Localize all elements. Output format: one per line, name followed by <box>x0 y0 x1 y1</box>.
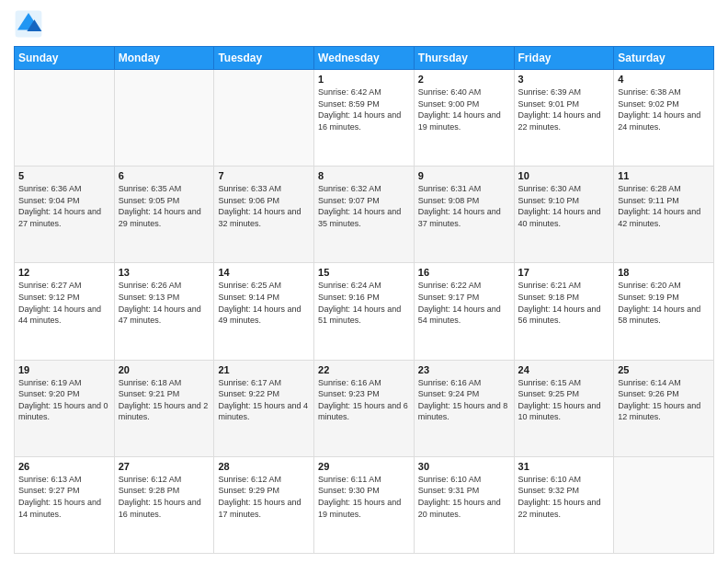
day-info: Sunrise: 6:12 AMSunset: 9:28 PMDaylight:… <box>119 474 210 520</box>
calendar-day: 4Sunrise: 6:38 AMSunset: 9:02 PMDaylight… <box>614 70 714 167</box>
day-number: 10 <box>518 170 610 181</box>
calendar-day: 18Sunrise: 6:20 AMSunset: 9:19 PMDayligh… <box>614 263 714 360</box>
day-number: 14 <box>218 267 310 278</box>
day-number: 18 <box>618 267 710 278</box>
header <box>14 9 714 39</box>
calendar-header: SundayMondayTuesdayWednesdayThursdayFrid… <box>15 47 714 70</box>
day-number: 12 <box>18 267 110 278</box>
day-info: Sunrise: 6:25 AMSunset: 9:14 PMDaylight:… <box>218 280 310 326</box>
header-row: SundayMondayTuesdayWednesdayThursdayFrid… <box>15 47 714 70</box>
calendar-week: 26Sunrise: 6:13 AMSunset: 9:27 PMDayligh… <box>15 456 714 553</box>
day-number: 21 <box>218 364 310 375</box>
day-number: 2 <box>418 74 510 85</box>
calendar-day: 5Sunrise: 6:36 AMSunset: 9:04 PMDaylight… <box>15 167 115 263</box>
calendar-week: 19Sunrise: 6:19 AMSunset: 9:20 PMDayligh… <box>15 360 714 456</box>
day-info: Sunrise: 6:10 AMSunset: 9:32 PMDaylight:… <box>518 474 610 520</box>
day-number: 27 <box>119 461 210 472</box>
calendar-day: 1Sunrise: 6:42 AMSunset: 8:59 PMDaylight… <box>314 70 415 167</box>
day-info: Sunrise: 6:40 AMSunset: 9:00 PMDaylight:… <box>418 86 510 132</box>
calendar-day <box>15 70 115 167</box>
calendar-day: 29Sunrise: 6:11 AMSunset: 9:30 PMDayligh… <box>314 456 415 553</box>
day-info: Sunrise: 6:39 AMSunset: 9:01 PMDaylight:… <box>518 86 610 132</box>
day-info: Sunrise: 6:11 AMSunset: 9:30 PMDaylight:… <box>318 474 410 520</box>
calendar-day: 11Sunrise: 6:28 AMSunset: 9:11 PMDayligh… <box>614 167 714 263</box>
day-number: 5 <box>18 170 110 181</box>
day-number: 9 <box>418 170 510 181</box>
day-number: 3 <box>518 74 610 85</box>
calendar-day: 20Sunrise: 6:18 AMSunset: 9:21 PMDayligh… <box>114 360 214 456</box>
day-number: 15 <box>318 267 410 278</box>
day-info: Sunrise: 6:21 AMSunset: 9:18 PMDaylight:… <box>518 280 610 326</box>
day-number: 29 <box>318 461 410 472</box>
day-info: Sunrise: 6:18 AMSunset: 9:21 PMDaylight:… <box>119 377 210 423</box>
day-info: Sunrise: 6:30 AMSunset: 9:10 PMDaylight:… <box>518 183 610 229</box>
day-number: 6 <box>119 170 210 181</box>
logo-icon <box>14 9 43 39</box>
calendar-day: 17Sunrise: 6:21 AMSunset: 9:18 PMDayligh… <box>514 263 614 360</box>
day-number: 30 <box>418 461 510 472</box>
day-number: 26 <box>18 461 110 472</box>
day-info: Sunrise: 6:32 AMSunset: 9:07 PMDaylight:… <box>318 183 410 229</box>
day-info: Sunrise: 6:12 AMSunset: 9:29 PMDaylight:… <box>218 474 310 520</box>
calendar-day: 22Sunrise: 6:16 AMSunset: 9:23 PMDayligh… <box>314 360 415 456</box>
calendar-day <box>614 456 714 553</box>
day-number: 24 <box>518 364 610 375</box>
day-number: 16 <box>418 267 510 278</box>
day-info: Sunrise: 6:16 AMSunset: 9:23 PMDaylight:… <box>318 377 410 423</box>
day-number: 31 <box>518 461 610 472</box>
calendar-day: 25Sunrise: 6:14 AMSunset: 9:26 PMDayligh… <box>614 360 714 456</box>
day-number: 17 <box>518 267 610 278</box>
page: SundayMondayTuesdayWednesdayThursdayFrid… <box>0 0 728 563</box>
day-info: Sunrise: 6:36 AMSunset: 9:04 PMDaylight:… <box>18 183 110 229</box>
calendar-day: 10Sunrise: 6:30 AMSunset: 9:10 PMDayligh… <box>514 167 614 263</box>
day-header: Tuesday <box>214 47 314 70</box>
day-info: Sunrise: 6:27 AMSunset: 9:12 PMDaylight:… <box>18 280 110 326</box>
calendar-day: 3Sunrise: 6:39 AMSunset: 9:01 PMDaylight… <box>514 70 614 167</box>
calendar: SundayMondayTuesdayWednesdayThursdayFrid… <box>14 46 714 554</box>
day-info: Sunrise: 6:14 AMSunset: 9:26 PMDaylight:… <box>618 377 710 423</box>
calendar-day: 13Sunrise: 6:26 AMSunset: 9:13 PMDayligh… <box>114 263 214 360</box>
calendar-day: 24Sunrise: 6:15 AMSunset: 9:25 PMDayligh… <box>514 360 614 456</box>
calendar-day: 7Sunrise: 6:33 AMSunset: 9:06 PMDaylight… <box>214 167 314 263</box>
day-number: 22 <box>318 364 410 375</box>
day-info: Sunrise: 6:16 AMSunset: 9:24 PMDaylight:… <box>418 377 510 423</box>
calendar-week: 1Sunrise: 6:42 AMSunset: 8:59 PMDaylight… <box>15 70 714 167</box>
calendar-day: 15Sunrise: 6:24 AMSunset: 9:16 PMDayligh… <box>314 263 415 360</box>
calendar-day: 19Sunrise: 6:19 AMSunset: 9:20 PMDayligh… <box>15 360 115 456</box>
calendar-day: 26Sunrise: 6:13 AMSunset: 9:27 PMDayligh… <box>15 456 115 553</box>
day-info: Sunrise: 6:20 AMSunset: 9:19 PMDaylight:… <box>618 280 710 326</box>
day-info: Sunrise: 6:31 AMSunset: 9:08 PMDaylight:… <box>418 183 510 229</box>
day-info: Sunrise: 6:15 AMSunset: 9:25 PMDaylight:… <box>518 377 610 423</box>
day-number: 4 <box>618 74 710 85</box>
calendar-day: 28Sunrise: 6:12 AMSunset: 9:29 PMDayligh… <box>214 456 314 553</box>
day-info: Sunrise: 6:19 AMSunset: 9:20 PMDaylight:… <box>18 377 110 423</box>
day-info: Sunrise: 6:17 AMSunset: 9:22 PMDaylight:… <box>218 377 310 423</box>
calendar-day: 9Sunrise: 6:31 AMSunset: 9:08 PMDaylight… <box>414 167 514 263</box>
calendar-week: 5Sunrise: 6:36 AMSunset: 9:04 PMDaylight… <box>15 167 714 263</box>
day-number: 13 <box>119 267 210 278</box>
calendar-week: 12Sunrise: 6:27 AMSunset: 9:12 PMDayligh… <box>15 263 714 360</box>
day-number: 11 <box>618 170 710 181</box>
day-info: Sunrise: 6:13 AMSunset: 9:27 PMDaylight:… <box>18 474 110 520</box>
day-number: 7 <box>218 170 310 181</box>
calendar-day: 2Sunrise: 6:40 AMSunset: 9:00 PMDaylight… <box>414 70 514 167</box>
day-info: Sunrise: 6:22 AMSunset: 9:17 PMDaylight:… <box>418 280 510 326</box>
day-header: Saturday <box>614 47 714 70</box>
calendar-day: 27Sunrise: 6:12 AMSunset: 9:28 PMDayligh… <box>114 456 214 553</box>
day-header: Friday <box>514 47 614 70</box>
calendar-day <box>114 70 214 167</box>
calendar-day: 16Sunrise: 6:22 AMSunset: 9:17 PMDayligh… <box>414 263 514 360</box>
day-number: 25 <box>618 364 710 375</box>
day-info: Sunrise: 6:24 AMSunset: 9:16 PMDaylight:… <box>318 280 410 326</box>
calendar-day: 14Sunrise: 6:25 AMSunset: 9:14 PMDayligh… <box>214 263 314 360</box>
calendar-day: 12Sunrise: 6:27 AMSunset: 9:12 PMDayligh… <box>15 263 115 360</box>
day-info: Sunrise: 6:10 AMSunset: 9:31 PMDaylight:… <box>418 474 510 520</box>
calendar-day: 6Sunrise: 6:35 AMSunset: 9:05 PMDaylight… <box>114 167 214 263</box>
day-header: Monday <box>114 47 214 70</box>
calendar-day: 31Sunrise: 6:10 AMSunset: 9:32 PMDayligh… <box>514 456 614 553</box>
calendar-body: 1Sunrise: 6:42 AMSunset: 8:59 PMDaylight… <box>15 70 714 554</box>
day-info: Sunrise: 6:26 AMSunset: 9:13 PMDaylight:… <box>119 280 210 326</box>
calendar-day: 23Sunrise: 6:16 AMSunset: 9:24 PMDayligh… <box>414 360 514 456</box>
day-number: 19 <box>18 364 110 375</box>
day-info: Sunrise: 6:33 AMSunset: 9:06 PMDaylight:… <box>218 183 310 229</box>
